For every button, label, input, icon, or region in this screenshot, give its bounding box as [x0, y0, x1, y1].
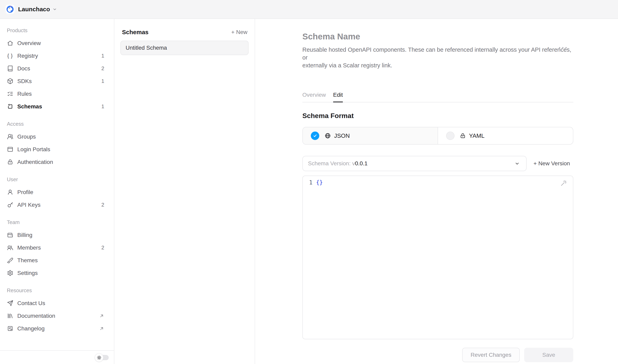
- sidebar-item-label: SDKs: [17, 78, 32, 84]
- sidebar-item-documentation[interactable]: Documentation: [0, 310, 114, 322]
- format-option-label: YAML: [469, 132, 484, 139]
- sidebar-item-docs[interactable]: Docs 2: [0, 62, 114, 75]
- sidebar-item-changelog[interactable]: Changelog: [0, 322, 114, 335]
- version-select-prefix: Schema Version: v: [308, 160, 355, 167]
- sidebar-item-label: Themes: [17, 257, 38, 264]
- count-badge: 1: [101, 53, 104, 59]
- schema-format-selector: JSON YAML: [302, 127, 573, 145]
- tab-overview[interactable]: Overview: [302, 91, 326, 102]
- schema-tabs: Overview Edit: [302, 91, 573, 102]
- editor-code-content[interactable]: {}: [316, 179, 323, 186]
- new-schema-button[interactable]: + New: [231, 29, 247, 35]
- sidebar-item-label: Profile: [17, 189, 33, 195]
- sidebar-item-label: Overview: [17, 40, 41, 46]
- section-label-user: User: [0, 173, 114, 186]
- sidebar-item-label: Billing: [17, 232, 32, 238]
- section-label-products: Products: [0, 24, 114, 37]
- section-label-access: Access: [0, 118, 114, 130]
- sidebar-item-login-portals[interactable]: Login Portals: [0, 143, 114, 156]
- workspace-chevron-down-icon[interactable]: [52, 7, 57, 12]
- list-checks-icon: [7, 91, 13, 97]
- schema-list-item[interactable]: Untitled Schema: [120, 41, 249, 55]
- count-badge: 2: [101, 245, 104, 251]
- schema-item-name: Untitled Schema: [126, 45, 167, 51]
- lock-icon: [460, 133, 466, 139]
- sidebar-item-label: Changelog: [17, 325, 44, 332]
- send-icon: [7, 300, 13, 307]
- wallet-icon: [7, 232, 13, 238]
- count-badge: 1: [101, 103, 104, 110]
- sidebar-item-label: Login Portals: [17, 146, 50, 153]
- format-option-yaml[interactable]: YAML: [438, 127, 573, 144]
- top-bar: Launchaco: [0, 0, 618, 19]
- section-label-team: Team: [0, 216, 114, 229]
- count-badge: 2: [101, 65, 104, 72]
- library-icon: [7, 313, 13, 319]
- revert-changes-button[interactable]: Revert Changes: [462, 348, 520, 362]
- tab-edit[interactable]: Edit: [333, 91, 343, 102]
- key-icon: [7, 202, 13, 208]
- paintbrush-icon: [7, 257, 13, 264]
- more-options-button[interactable]: [559, 47, 567, 48]
- format-option-label: JSON: [334, 132, 350, 139]
- sidebar-item-authentication[interactable]: Authentication: [0, 156, 114, 168]
- schema-format-heading: Schema Format: [302, 112, 573, 119]
- sidebar-item-themes[interactable]: Themes: [0, 254, 114, 267]
- globe-icon: [325, 132, 331, 139]
- sidebar-item-billing[interactable]: Billing: [0, 229, 114, 241]
- sidebar: Products Overview { } Registry 1 Docs 2 …: [0, 19, 114, 364]
- lock-icon: [7, 159, 13, 165]
- users-round-icon: [7, 133, 13, 140]
- count-badge: 1: [101, 78, 104, 84]
- sidebar-item-contact-us[interactable]: Contact Us: [0, 297, 114, 310]
- schemas-panel-title: Schemas: [122, 29, 149, 36]
- schema-code-editor[interactable]: 1 {}: [302, 176, 573, 339]
- sidebar-item-api-keys[interactable]: API Keys 2: [0, 198, 114, 211]
- changelog-note-icon: [7, 325, 13, 332]
- sidebar-item-label: Authentication: [17, 159, 53, 165]
- sidebar-item-settings[interactable]: Settings: [0, 267, 114, 279]
- sidebar-item-groups[interactable]: Groups: [0, 130, 114, 143]
- launchaco-logo-icon[interactable]: [6, 5, 14, 14]
- sidebar-item-label: Rules: [17, 91, 32, 97]
- workspace-name[interactable]: Launchaco: [18, 6, 50, 13]
- format-wand-icon[interactable]: [560, 180, 567, 187]
- sidebar-item-schemas[interactable]: Schemas 1: [0, 100, 114, 113]
- sidebar-item-label: Docs: [17, 65, 30, 72]
- user-icon: [7, 189, 13, 195]
- section-label-resources: Resources: [0, 284, 114, 297]
- sidebar-item-rules[interactable]: Rules: [0, 88, 114, 100]
- save-button[interactable]: Save: [524, 348, 573, 362]
- schema-brackets-icon: [7, 103, 13, 110]
- users-icon: [7, 245, 13, 251]
- sidebar-item-label: Documentation: [17, 313, 55, 319]
- editor-line-number: 1: [303, 179, 316, 186]
- schema-version-select[interactable]: Schema Version: v 0.0.1: [302, 156, 527, 171]
- version-select-value: 0.0.1: [355, 160, 367, 167]
- sidebar-item-label: Groups: [17, 133, 36, 140]
- count-badge: 2: [101, 202, 104, 208]
- chevron-down-icon: [514, 160, 520, 167]
- gear-icon: [7, 270, 13, 276]
- sidebar-footer: [0, 350, 114, 364]
- radio-checked-icon: [311, 131, 319, 140]
- sidebar-item-overview[interactable]: Overview: [0, 37, 114, 50]
- theme-toggle[interactable]: [95, 353, 109, 362]
- sidebar-item-label: Settings: [17, 270, 38, 276]
- braces-icon: { }: [7, 53, 13, 59]
- sidebar-item-label: Schemas: [17, 103, 42, 110]
- sidebar-item-profile[interactable]: Profile: [0, 186, 114, 198]
- new-version-button[interactable]: + New Version: [534, 160, 570, 167]
- home-icon: [7, 40, 13, 46]
- package-icon: [7, 78, 13, 84]
- sidebar-item-sdks[interactable]: SDKs 1: [0, 75, 114, 88]
- sidebar-item-label: Members: [17, 245, 41, 251]
- book-icon: [7, 65, 13, 72]
- sun-icon: [95, 353, 103, 362]
- schema-name-title[interactable]: Schema Name: [302, 31, 573, 42]
- sidebar-item-label: API Keys: [17, 202, 41, 208]
- format-option-json[interactable]: JSON: [303, 127, 438, 144]
- sidebar-item-members[interactable]: Members 2: [0, 241, 114, 254]
- sidebar-item-label: Contact Us: [17, 300, 45, 307]
- sidebar-item-registry[interactable]: { } Registry 1: [0, 50, 114, 62]
